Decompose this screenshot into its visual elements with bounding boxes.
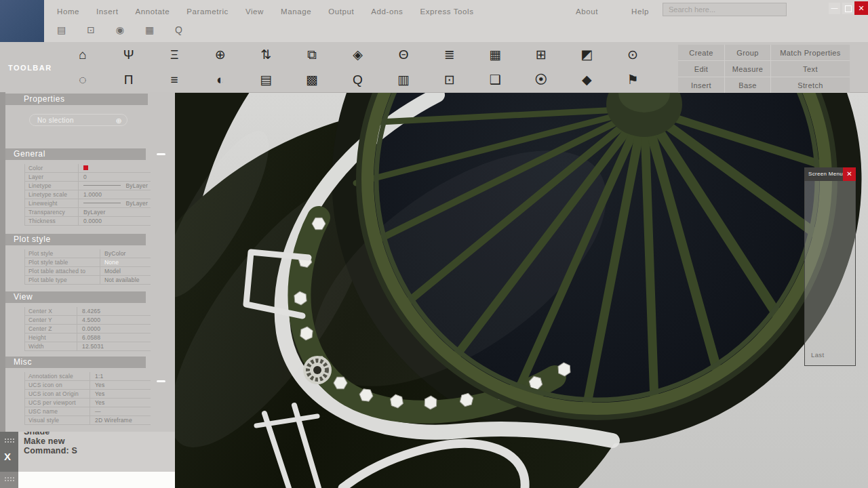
table-icon[interactable]: ▦ — [145, 24, 154, 35]
screen-circle-icon[interactable]: ⊕ — [212, 47, 229, 62]
command-history[interactable]: Shade Make new Command: S — [18, 432, 175, 472]
menu-parametric[interactable]: Parametric — [186, 7, 229, 16]
drag-handle-icon[interactable] — [4, 438, 14, 444]
layout-grid-icon[interactable]: ▤ — [57, 24, 66, 35]
collapse-icon[interactable] — [157, 153, 165, 155]
menu-express-tools[interactable]: Express Tools — [420, 7, 473, 16]
table-cells-icon[interactable]: ▦ — [487, 47, 503, 62]
property-row[interactable]: Center Z 0.0000 — [25, 325, 151, 333]
command-input[interactable] — [18, 472, 175, 488]
cad-application-window: Screen Menu ✕ Last Home Insert Annotate … — [0, 0, 868, 488]
magnifier-icon[interactable]: Q — [349, 73, 366, 87]
minimize-button[interactable]: — — [829, 3, 840, 14]
edit-button[interactable]: Edit — [678, 61, 724, 77]
grid-filled-icon[interactable]: ▩ — [304, 73, 320, 87]
screen-menu-title[interactable]: Screen Menu — [804, 167, 848, 181]
menu-view[interactable]: View — [245, 7, 264, 16]
model-viewport[interactable]: Screen Menu ✕ Last — [175, 92, 868, 488]
menu-home[interactable]: Home — [57, 7, 79, 16]
property-row[interactable]: Plot table attached to Model — [25, 267, 151, 276]
stretch-button[interactable]: Stretch — [771, 77, 850, 93]
section-view-header[interactable]: View — [5, 291, 146, 303]
spool-icon[interactable]: Ξ — [166, 47, 182, 62]
plant-icon[interactable]: Ψ — [121, 47, 137, 62]
menu-annotate[interactable]: Annotate — [135, 7, 170, 16]
group-button[interactable]: Group — [725, 45, 770, 60]
select-area-icon[interactable]: ◩ — [578, 47, 595, 62]
text-button[interactable]: Text — [771, 61, 850, 77]
measure-button[interactable]: Measure — [725, 61, 770, 77]
camera-box-icon[interactable]: ⊡ — [441, 73, 458, 87]
pentagon-plus-icon[interactable]: ⊞ — [533, 47, 549, 62]
reel-icon[interactable]: ⦿ — [533, 73, 549, 87]
pentagon-3d-icon[interactable]: ◆ — [578, 73, 595, 87]
property-row[interactable]: UCS icon at Origin Yes — [25, 390, 151, 399]
property-row[interactable]: Transparency ByLayer — [25, 208, 151, 217]
property-row[interactable]: Layer 0 — [25, 173, 151, 182]
selection-dropdown[interactable]: No slection ⊕ — [29, 114, 127, 126]
menu-manage[interactable]: Manage — [281, 7, 311, 16]
screen-menu-close-button[interactable]: ✕ — [843, 167, 856, 181]
search-input[interactable] — [663, 3, 787, 16]
filmstrip-icon[interactable]: ▥ — [395, 73, 412, 87]
property-row[interactable]: Plot style ByColor — [25, 249, 151, 258]
command-history-line: Shade — [24, 432, 175, 436]
close-button[interactable]: ✕ — [854, 1, 868, 15]
gear-dot-icon[interactable]: ⊙ — [625, 47, 641, 62]
pi-frame-icon[interactable]: Π — [121, 73, 137, 87]
property-row[interactable]: Height 6.0588 — [25, 333, 151, 342]
command-input-handle[interactable] — [0, 472, 18, 488]
sketch-house-icon[interactable]: ⌂ — [75, 47, 91, 62]
rack-icon[interactable]: ▤ — [258, 73, 274, 87]
maximize-icon — [845, 5, 852, 12]
menu-help[interactable]: Help — [631, 7, 649, 16]
property-row[interactable]: USC name — — [25, 407, 151, 416]
property-row[interactable]: Width 12.5031 — [25, 342, 151, 351]
color-swatch[interactable] — [83, 165, 88, 170]
property-row[interactable]: Annotation scale 1:1 — [25, 372, 151, 381]
magnifier-icon[interactable]: Q — [175, 24, 182, 35]
add-selection-icon[interactable]: ⊕ — [115, 115, 122, 127]
circle-dots-icon[interactable]: Θ — [395, 47, 412, 62]
section-misc-header[interactable]: Misc — [5, 357, 146, 368]
property-row[interactable]: Plot style table None — [25, 258, 151, 267]
screen-menu-last-item[interactable]: Last — [811, 351, 825, 359]
sphere-parts-icon[interactable]: ◐ — [212, 73, 229, 87]
property-row[interactable]: Linetype scale 1.0000 — [25, 190, 151, 199]
menu-insert[interactable]: Insert — [96, 7, 118, 16]
target-frame-icon[interactable]: ⊡ — [87, 24, 95, 35]
property-row[interactable]: Center Y 4.5000 — [25, 316, 151, 325]
property-row[interactable]: Thickness 0.0000 — [25, 217, 151, 226]
section-plot-header[interactable]: Plot style — [5, 234, 146, 245]
command-close-button[interactable]: X — [4, 451, 11, 462]
create-button[interactable]: Create — [678, 45, 724, 60]
property-row[interactable]: Center X 8.4265 — [25, 307, 151, 316]
property-row[interactable]: Color — [25, 164, 151, 173]
dashed-circle-icon[interactable]: ◌ — [75, 73, 91, 87]
sort-arrows-icon[interactable]: ⇅ — [258, 47, 274, 62]
quick-access-toolbar: ▤ ⊡ ◉ ▦ Q — [57, 24, 182, 35]
pentagon-select-icon[interactable]: ❑ — [487, 73, 503, 87]
base-button[interactable]: Base — [725, 77, 770, 93]
menu-about[interactable]: About — [576, 7, 598, 16]
drag-handle-icon[interactable] — [4, 476, 14, 483]
menu-output[interactable]: Output — [328, 7, 354, 16]
menu-addons[interactable]: Add-ons — [371, 7, 403, 16]
parallel-lines-icon[interactable]: ≡ — [166, 73, 182, 87]
property-row[interactable]: UCS per viewport Yes — [25, 399, 151, 407]
property-row[interactable]: Linetype ByLayer — [25, 182, 151, 190]
center-point-icon[interactable]: ◉ — [116, 24, 124, 35]
overlap-squares-icon[interactable]: ⧉ — [304, 47, 320, 62]
stamp-badge-icon[interactable]: ⚑ — [625, 73, 641, 87]
match-properties-button[interactable]: Match Properties — [771, 45, 850, 60]
gear-emblem — [303, 356, 332, 384]
property-row[interactable]: Lineweight ByLayer — [25, 199, 151, 208]
polyhedron-icon[interactable]: ◈ — [349, 47, 366, 62]
property-row[interactable]: Visual style 2D Wireframe — [25, 416, 151, 425]
insert-button[interactable]: Insert — [678, 77, 724, 93]
property-row[interactable]: UCS icon on Yes — [25, 381, 151, 390]
layers-icon[interactable]: ≣ — [441, 47, 458, 62]
property-row[interactable]: Plot table type Not available — [25, 276, 151, 285]
maximize-button[interactable] — [842, 3, 854, 14]
section-general-header[interactable]: General — [5, 148, 146, 160]
